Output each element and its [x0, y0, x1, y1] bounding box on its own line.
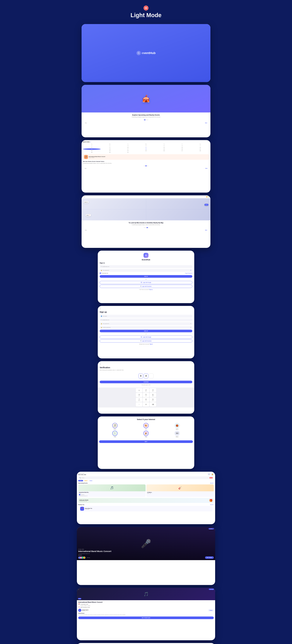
splash-logo-text: eventHub — [142, 51, 156, 55]
screen-signup: ← Sign up 👤 Full name ✉ abc@email.com 🔒 … — [98, 306, 194, 358]
confirm-password-field[interactable]: 🔒 Confirm password 👁 — [100, 326, 192, 329]
resend-code[interactable]: Re-send code in 1:39 — [100, 384, 192, 385]
verify-sub: We've send you the verification code on … — [100, 370, 192, 371]
skip-btn3[interactable]: Skip — [85, 230, 87, 230]
key-2[interactable]: 2ABC — [143, 388, 149, 392]
key-9[interactable]: 9WXYZ — [150, 398, 156, 402]
google-login[interactable]: G Login with Google — [100, 281, 192, 284]
interest-sports[interactable]: 🏀 Sports — [162, 423, 192, 430]
forgot-password[interactable]: Forgot Password? — [185, 273, 192, 274]
interest-food[interactable]: 🍴 Food — [100, 431, 130, 437]
screen-splash: G eventHub — [82, 24, 211, 82]
signin-link[interactable]: Sign In — [150, 344, 153, 344]
follow-btn[interactable]: Follow — [208, 609, 214, 612]
fullname-field[interactable]: 👤 Full name — [100, 315, 192, 318]
otp-2[interactable]: 4 — [144, 374, 148, 378]
next-btn[interactable]: Next — [205, 122, 207, 124]
screen-signin: G EventHub Sign in ✉ abc@email.com 🔒 You… — [98, 251, 194, 303]
password-field[interactable]: 🔒 Your password 👁 — [100, 269, 192, 272]
otp-1[interactable]: 4 — [139, 374, 143, 378]
signup-email-field[interactable]: ✉ abc@email.com — [100, 318, 192, 322]
buy-ticket-dark[interactable]: BUY TICKET — [205, 556, 214, 559]
nearby-see-all[interactable]: See All > — [210, 504, 214, 505]
interest-others[interactable]: 🍽 Others — [162, 431, 192, 437]
onboard1-sub: In publishing and graphic design, Lorem … — [83, 116, 209, 118]
page-title: Light Mode — [131, 12, 161, 18]
key-star[interactable]: * — [136, 402, 142, 407]
signin-app-name: EventHub — [100, 259, 192, 261]
page-header: 06 Light Mode — [131, 6, 161, 18]
search-bar[interactable]: 🔍 Search... Filters — [78, 476, 214, 479]
key-5[interactable]: 5JKL — [143, 393, 149, 397]
signin-label: Sign in — [100, 262, 192, 264]
signup-facebook[interactable]: f Login with Facebook — [100, 339, 192, 342]
signin-button[interactable]: SIGN IN — [100, 275, 192, 278]
interests-title: Select 5 your Interest — [99, 418, 193, 420]
screen-verification: ← Verification We've send you the verifi… — [98, 361, 194, 414]
verify-back[interactable]: ← — [100, 363, 192, 365]
screen-home: Current Location New York, USA ≡ 🔔 🔍 Sea… — [77, 472, 215, 524]
key-backspace[interactable]: ⌫ — [150, 402, 156, 407]
verify-title: Verification — [100, 366, 192, 369]
signup-google[interactable]: G Login with Google — [100, 336, 192, 339]
signup-button[interactable]: SIGN UP — [100, 330, 192, 332]
see-all[interactable]: See All > — [210, 482, 214, 484]
key-0[interactable]: 0 — [143, 402, 149, 407]
interest-art[interactable]: 🎨 Art — [131, 423, 161, 430]
event-title: International Band Music Concert — [78, 601, 214, 603]
skip-btn[interactable]: Skip — [85, 122, 87, 124]
key-3[interactable]: 3DEF — [150, 388, 156, 392]
key-1[interactable]: 1 — [136, 388, 142, 392]
interests-next[interactable]: NEXT — [99, 440, 193, 443]
key-4[interactable]: 4GHI — [136, 393, 142, 397]
interest-party[interactable]: 🎉 Party — [131, 431, 161, 437]
skip-btn2[interactable]: Skip — [85, 168, 87, 169]
signup-link[interactable]: Sign up — [149, 289, 152, 290]
signup-title: Sign up — [100, 311, 192, 313]
facebook-login[interactable]: f Login with Facebook — [100, 285, 192, 288]
signup-password-field[interactable]: 🔒 Your password 👁 — [100, 322, 192, 325]
signup-back[interactable]: ← — [100, 308, 192, 310]
key-8[interactable]: 8TUV — [143, 398, 149, 402]
screen-event-light: 🎵 ← +20 Going Music International Band M… — [77, 588, 215, 640]
buy-ticket-light[interactable]: BUY TICKET $129 — [78, 616, 214, 619]
calendar-title: March 2021 — [83, 141, 90, 142]
remember-me: Remember Me — [102, 273, 108, 274]
key-6[interactable]: 6MNO — [150, 393, 156, 397]
otp-3[interactable] — [149, 374, 153, 378]
cal-sun: Su — [83, 144, 101, 144]
next-btn3[interactable]: Next — [205, 230, 207, 230]
onboard3-sub: In publishing and graphic design, Lorem … — [83, 224, 209, 225]
interest-music[interactable]: 🎵 Music — [100, 423, 130, 430]
screen-create-event-form: Create New Event POST NOW 🎵 Internationa… — [77, 643, 215, 644]
screen-event-dark: 🎤 goodme.. 19 June, 2021 International B… — [77, 527, 215, 585]
verify-continue[interactable]: CONTINUE — [100, 381, 192, 383]
screen-interests: Select 5 your Interest 🎵 Music 🎨 Art 🏀 S… — [98, 416, 194, 469]
screen-calendar: March 2021 ▾ SuMoTuWeThFrSa 1234567 8910… — [82, 140, 211, 192]
email-field[interactable]: ✉ abc@email.com — [100, 265, 192, 268]
key-7[interactable]: 7PQRS — [136, 398, 142, 402]
badge: 06 — [144, 6, 148, 10]
onboard3-title: To Look Up More Events or Activities Nea… — [83, 222, 209, 224]
screen-onboard1: 🎪 Explore Upcoming and Nearby Events In … — [82, 85, 211, 137]
next-btn2[interactable]: Next — [205, 168, 207, 169]
onboard1-title: Explore Upcoming and Nearby Events — [83, 114, 209, 116]
screen-onboard3: 9:41 📶 🔋 Event ★ Event Event 📍 To Look U… — [82, 195, 211, 248]
